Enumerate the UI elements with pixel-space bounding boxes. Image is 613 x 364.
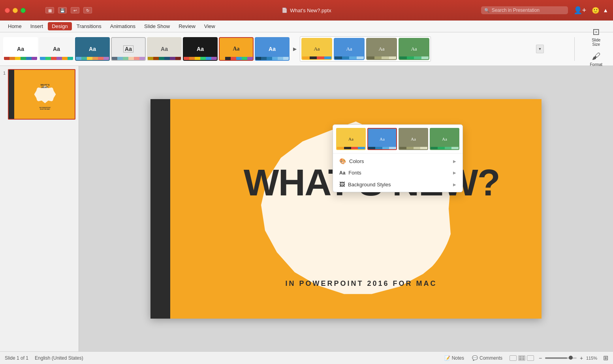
close-button[interactable]: [5, 8, 10, 13]
dropdown-fonts-item[interactable]: Aa Fonts ▶: [333, 167, 463, 178]
menu-animations[interactable]: Animations: [106, 22, 139, 30]
dd-theme-2[interactable]: Aa: [367, 128, 397, 150]
dd-theme-1[interactable]: Aa: [336, 128, 366, 150]
dd-theme-3[interactable]: Aa: [399, 128, 428, 150]
dropdown-background-item[interactable]: 🖼 Background Styles ▶: [333, 178, 463, 190]
theme-8-preview: Aa: [256, 38, 289, 60]
slide-size-icon: ⊡: [592, 27, 600, 37]
slide-left-bar: [150, 99, 170, 319]
expanded-themes: Aa Aa: [300, 36, 431, 62]
dropdown-menu: Aa Aa: [333, 124, 463, 192]
fit-slide-button[interactable]: ⊞: [603, 354, 608, 362]
slide-thumb-inner: WHAT'SNEW? IN POWERPOINT2016 FOR MAC: [9, 70, 75, 119]
normal-view-button[interactable]: [510, 355, 517, 361]
theme-3[interactable]: Aa: [75, 37, 110, 61]
slide-thumb-container: 1 WHAT'SNEW? IN POWERPOINT2016 FOR MAC: [3, 69, 75, 120]
theme-7-colors: [220, 57, 253, 60]
menu-insert[interactable]: Insert: [26, 22, 47, 30]
theme-6-label: Aa: [197, 46, 204, 52]
theme-8-label: Aa: [269, 46, 276, 52]
search-icon: 🔍: [484, 8, 490, 13]
theme-7-preview: Aa: [220, 38, 253, 60]
file-icon: 📄: [282, 8, 288, 13]
menubar: Home Insert Design Transitions Animation…: [0, 21, 613, 32]
ribbon-actions: ⊡ SlideSize 🖌 FormatBackground: [583, 25, 610, 73]
menu-slideshow[interactable]: Slide Show: [140, 22, 174, 30]
dropdown-items-list: 🎨 Colors ▶ Aa Fonts ▶ 🖼 Background Sty: [333, 154, 463, 192]
zoom-value: 115%: [586, 356, 600, 360]
minimize-button[interactable]: [13, 8, 18, 13]
background-icon: 🖼: [339, 181, 345, 188]
theme-2-label: Aa: [53, 46, 60, 52]
menu-review[interactable]: Review: [175, 22, 199, 30]
canvas-area: WHAT'S NEW? IN POWERPOINT 2016 FOR MAC A…: [79, 66, 613, 351]
zoom-plus-button[interactable]: +: [578, 355, 585, 361]
theme-8-colors: [256, 57, 289, 60]
theme-1-colors: [4, 57, 37, 60]
undo-icon[interactable]: ↩: [71, 7, 79, 13]
colors-icon: 🎨: [339, 158, 346, 164]
zoom-thumb[interactable]: [569, 356, 573, 360]
expand-themes-button[interactable]: ▼: [536, 45, 544, 53]
dropdown-fonts-left: Aa Fonts: [339, 170, 361, 176]
theme-1[interactable]: Aa: [3, 37, 38, 61]
ribbon: Aa Aa: [0, 32, 613, 66]
theme-8[interactable]: Aa: [255, 37, 290, 61]
dropdown-background-left: 🖼 Background Styles: [339, 181, 391, 188]
slide-size-button[interactable]: ⊡ SlideSize: [589, 25, 604, 48]
notes-label: Notes: [452, 355, 464, 361]
theme-7[interactable]: Aa: [219, 37, 254, 61]
slide-sub-text: IN POWERPOINT 2016 FOR MAC: [285, 280, 437, 288]
theme-exp-1[interactable]: Aa: [301, 38, 332, 60]
dropdown-colors-item[interactable]: 🎨 Colors ▶: [333, 155, 463, 167]
slide-thumbnail[interactable]: WHAT'SNEW? IN POWERPOINT2016 FOR MAC: [8, 69, 75, 120]
menu-home[interactable]: Home: [4, 22, 26, 30]
background-styles-label: Background Styles: [348, 182, 391, 188]
save-icon[interactable]: 💾: [58, 7, 67, 13]
theme-4-colors: [112, 57, 145, 60]
theme-exp-2[interactable]: Aa: [334, 38, 365, 60]
menu-view[interactable]: View: [200, 22, 219, 30]
zoom-slider: − + 115%: [537, 355, 600, 361]
theme-exp-4[interactable]: Aa: [399, 38, 429, 60]
slide-thumb-subtitle: IN POWERPOINT2016 FOR MAC: [39, 107, 51, 110]
maximize-button[interactable]: [21, 8, 26, 13]
search-box[interactable]: 🔍: [481, 6, 568, 14]
theme-4[interactable]: Aa: [111, 37, 146, 61]
theme-6-colors: [184, 57, 217, 60]
theme-3-label: Aa: [89, 46, 96, 52]
slide-thumb-title: WHAT'SNEW?: [40, 84, 49, 88]
zoom-minus-button[interactable]: −: [537, 355, 543, 361]
presenter-view-button[interactable]: [527, 355, 534, 361]
collapse-ribbon-button[interactable]: ▲: [603, 7, 608, 13]
theme-scroll-arrow[interactable]: ▶: [291, 37, 299, 61]
theme-5[interactable]: Aa: [147, 37, 182, 61]
grid-view-button[interactable]: [518, 355, 525, 361]
view-buttons: [510, 355, 534, 361]
theme-7-label: Aa: [233, 46, 239, 52]
zoom-track[interactable]: [545, 357, 577, 359]
notes-icon: 📝: [444, 355, 450, 361]
sidebar-toggle-icon[interactable]: ▦: [45, 7, 54, 13]
titlebar-right: 🔍 👤+ 🙂 ▲: [481, 5, 608, 15]
search-input[interactable]: [492, 8, 563, 13]
fonts-chevron: ▶: [453, 171, 456, 175]
notes-button[interactable]: 📝 Notes: [442, 355, 466, 362]
comments-button[interactable]: 💬 Comments: [470, 355, 505, 362]
theme-2[interactable]: Aa: [39, 37, 74, 61]
statusbar: Slide 1 of 1 English (United States) 📝 N…: [0, 351, 613, 364]
slide-number: 1: [3, 71, 6, 75]
theme-5-colors: [148, 57, 181, 60]
traffic-lights: [5, 8, 26, 13]
language-info: English (United States): [35, 355, 83, 361]
menu-design[interactable]: Design: [48, 22, 71, 30]
share-button[interactable]: 👤+: [571, 5, 589, 15]
ribbon-divider: [574, 37, 575, 61]
menu-transitions[interactable]: Transitions: [73, 22, 105, 30]
emoji-button[interactable]: 🙂: [592, 7, 600, 14]
redo-icon[interactable]: ↻: [83, 7, 92, 13]
theme-6[interactable]: Aa: [183, 37, 218, 61]
theme-5-preview: Aa: [148, 38, 181, 60]
dd-theme-4[interactable]: Aa: [430, 128, 459, 150]
theme-exp-3[interactable]: Aa: [366, 38, 397, 60]
